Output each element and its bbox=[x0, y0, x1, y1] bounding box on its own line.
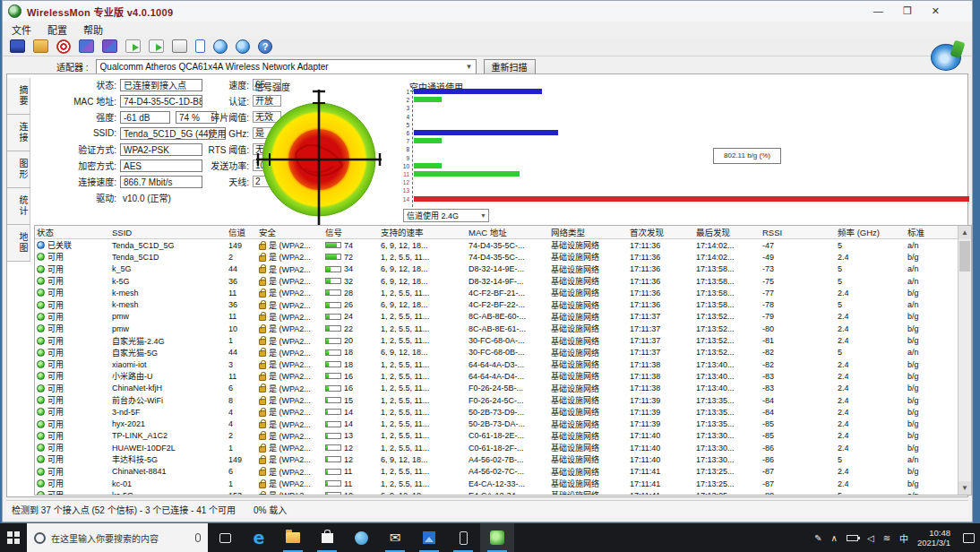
available-dot-icon bbox=[37, 396, 45, 404]
column-header[interactable]: 首次发现 bbox=[628, 226, 694, 238]
taskbar-app-store[interactable] bbox=[310, 523, 344, 552]
menu-item-2[interactable]: 帮助 bbox=[83, 22, 103, 37]
battery-icon[interactable] bbox=[847, 535, 858, 541]
taskbar-app-folder[interactable] bbox=[276, 523, 310, 552]
table-row[interactable]: 可用前台办公-WiFi8是 (WPA2...151, 2, 5.5, 11...… bbox=[35, 394, 971, 406]
ap-table-header[interactable]: 状态SSID信道安全信号支持的速率MAC 地址网络类型首次发现最后发现RSSI频… bbox=[35, 226, 971, 239]
minimize-button[interactable]: — bbox=[873, 5, 883, 17]
globe-icon[interactable] bbox=[236, 39, 250, 54]
column-header[interactable]: MAC 地址 bbox=[467, 226, 549, 238]
table-row[interactable]: 可用3-nd-5F4是 (WPA2...141, 2, 5.5, 11...50… bbox=[35, 406, 971, 418]
web-icon[interactable] bbox=[213, 39, 228, 54]
tab-统计[interactable]: 统计 bbox=[7, 188, 30, 225]
taskbar-clock[interactable]: 10:48 2021/3/1 bbox=[917, 528, 950, 548]
ap-table: 状态SSID信道安全信号支持的速率MAC 地址网络类型首次发现最后发现RSSI频… bbox=[34, 225, 972, 496]
channel-band-combobox[interactable]: 信道使用 2.4G ▼ bbox=[403, 209, 489, 222]
table-row[interactable]: 可用ChinaNet-kfjH6是 (WPA2...161, 2, 5.5, 1… bbox=[35, 383, 971, 394]
phone-icon[interactable] bbox=[195, 39, 205, 53]
close-button[interactable]: ✕ bbox=[932, 5, 940, 17]
table-row[interactable]: 可用Tenda_5C1D2是 (WPA2...721, 2, 5.5, 11..… bbox=[35, 251, 971, 263]
taskbar-app-edge[interactable]: e bbox=[242, 523, 276, 552]
column-header[interactable]: 标准 bbox=[906, 226, 944, 238]
tab-连接[interactable]: 连接 bbox=[7, 115, 30, 151]
scroll-down-icon[interactable]: ▼ bbox=[959, 481, 971, 495]
table-row[interactable]: 可用TP-LINK_A1C22是 (WPA2...131, 2, 5.5, 11… bbox=[35, 430, 971, 442]
tab-摘要[interactable]: 摘要 bbox=[7, 78, 30, 115]
help-icon[interactable] bbox=[258, 39, 272, 54]
field-label: 验证方式: bbox=[56, 142, 120, 156]
bluecircle-icon bbox=[355, 531, 368, 545]
table-row[interactable]: 可用自家光猫-5G44是 (WPA2...186, 9, 12, 18...30… bbox=[35, 347, 971, 358]
table-row[interactable]: 可用ChinaNet-88416是 (WPA2...111, 2, 5.5, 1… bbox=[35, 466, 971, 478]
column-header[interactable]: 状态 bbox=[35, 226, 110, 238]
scrollbar-thumb[interactable] bbox=[959, 241, 970, 272]
column-header[interactable]: RSSI bbox=[761, 228, 836, 237]
column-header[interactable]: SSID bbox=[110, 228, 227, 237]
taskbar-app-phone[interactable] bbox=[446, 523, 480, 552]
table-row[interactable]: 可用pmw10是 (WPA2...221, 2, 5.5, 11...8C-AB… bbox=[35, 323, 971, 334]
rescan-button[interactable]: 重新扫描 bbox=[484, 59, 536, 75]
tab-地图[interactable]: 地图 bbox=[7, 225, 30, 262]
menu-item-0[interactable]: 文件 bbox=[12, 22, 31, 37]
tab-图形[interactable]: 图形 bbox=[7, 151, 30, 188]
taskbar-app-greenapp[interactable] bbox=[480, 523, 514, 552]
column-header[interactable]: 支持的速率 bbox=[379, 226, 467, 238]
open-icon[interactable] bbox=[33, 39, 48, 53]
netpair-icon[interactable] bbox=[79, 39, 94, 53]
field-left-6: 连接速度:866.7 Mbit/s bbox=[56, 175, 202, 188]
table-row[interactable]: 可用HUAWEI-10DF2L1是 (WPA2...121, 2, 5.5, 1… bbox=[35, 442, 971, 453]
field-left-5: 加密方式:AES bbox=[56, 159, 202, 172]
volume-icon[interactable]: ◁ bbox=[867, 533, 874, 543]
field-left-7: 驱动:v10.0 (正常) bbox=[56, 191, 171, 204]
taskbar-app-taskview[interactable] bbox=[208, 523, 242, 552]
import-icon[interactable] bbox=[149, 39, 164, 53]
taskbar-app-bluecircle[interactable] bbox=[344, 523, 378, 552]
table-row[interactable]: 可用pmw11是 (WPA2...241, 2, 5.5, 11...8C-AB… bbox=[35, 311, 971, 323]
network-icon[interactable]: ≋ bbox=[883, 533, 890, 543]
export-icon[interactable] bbox=[125, 39, 141, 53]
action-center-icon[interactable] bbox=[963, 533, 975, 543]
column-header[interactable]: 最后发现 bbox=[694, 226, 761, 238]
column-header[interactable]: 信道 bbox=[227, 226, 257, 238]
table-row[interactable]: 可用xiaomi-iot3是 (WPA2...181, 2, 5.5, 11..… bbox=[35, 358, 971, 370]
table-row[interactable]: 可用丰达科技-5G149是 (WPA2...126, 9, 12, 18...A… bbox=[35, 453, 971, 465]
table-scrollbar[interactable]: ▲ ▼ bbox=[958, 226, 971, 495]
taskbar-app-photos[interactable] bbox=[412, 523, 446, 552]
chevron-down-icon[interactable]: ▼ bbox=[480, 212, 488, 219]
microphone-icon[interactable] bbox=[195, 533, 201, 542]
chevron-down-icon[interactable]: ▼ bbox=[463, 63, 476, 71]
ime-icon[interactable]: 中 bbox=[899, 531, 908, 545]
available-dot-icon bbox=[37, 432, 45, 440]
padlock-icon bbox=[259, 255, 266, 262]
maximize-button[interactable]: ❒ bbox=[903, 5, 912, 17]
column-header[interactable]: 安全 bbox=[257, 226, 323, 238]
table-row[interactable]: 可用自家光猫-2.4G1是 (WPA2...201, 2, 5.5, 11...… bbox=[35, 334, 971, 346]
taskbar-app-mail[interactable]: ✉ bbox=[378, 523, 412, 552]
taskbar-search[interactable]: 在这里输入你要搜索的内容 bbox=[27, 523, 208, 552]
table-row[interactable]: 可用hyx-20214是 (WPA2...141, 2, 5.5, 11...5… bbox=[35, 418, 971, 429]
table-row[interactable]: 可用kc-5G153是 (WPA2...106, 9, 12, 18...E4-… bbox=[35, 489, 971, 496]
start-button[interactable] bbox=[0, 523, 27, 552]
channel-tick-label: 10 bbox=[399, 163, 409, 169]
editpage-icon[interactable] bbox=[172, 39, 187, 53]
adapter-combobox[interactable]: Qualcomm Atheros QCA61x4A Wireless Netwo… bbox=[96, 59, 477, 74]
tray-chevron-up-icon[interactable]: ∧ bbox=[831, 533, 838, 543]
column-header[interactable]: 网络类型 bbox=[549, 226, 628, 238]
table-row[interactable]: 已关联Tenda_5C1D_5G149是 (WPA2...746, 9, 12,… bbox=[35, 239, 971, 251]
column-header[interactable]: 信号 bbox=[323, 226, 379, 238]
table-row[interactable]: 可用kc-011是 (WPA2...111, 2, 5.5, 11...E4-C… bbox=[35, 478, 971, 489]
netcopy-icon[interactable] bbox=[102, 39, 117, 53]
field-value-box[interactable]: -61 dB bbox=[120, 111, 170, 124]
table-row[interactable]: 可用k-5G36是 (WPA2...326, 9, 12, 18...D8-32… bbox=[35, 275, 971, 287]
menu-item-1[interactable]: 配置 bbox=[47, 22, 67, 37]
table-row[interactable]: 可用k-mesh11是 (WPA2...281, 2, 5.5, 11...4C… bbox=[35, 287, 971, 298]
column-header[interactable]: 频率 (GHz) bbox=[836, 226, 906, 238]
table-row[interactable]: 可用k-mesh36是 (WPA2...266, 9, 12, 18...4C-… bbox=[35, 298, 971, 310]
save-icon[interactable] bbox=[10, 39, 25, 53]
table-row[interactable]: 可用小米路由-U11是 (WPA2...161, 2, 5.5, 11...64… bbox=[35, 370, 971, 382]
available-dot-icon bbox=[37, 468, 45, 476]
scroll-up-icon[interactable]: ▲ bbox=[959, 226, 971, 239]
pen-icon[interactable]: ✎ bbox=[814, 533, 821, 543]
target-icon[interactable] bbox=[56, 39, 71, 54]
table-row[interactable]: 可用k_5G44是 (WPA2...346, 9, 12, 18...D8-32… bbox=[35, 263, 971, 275]
